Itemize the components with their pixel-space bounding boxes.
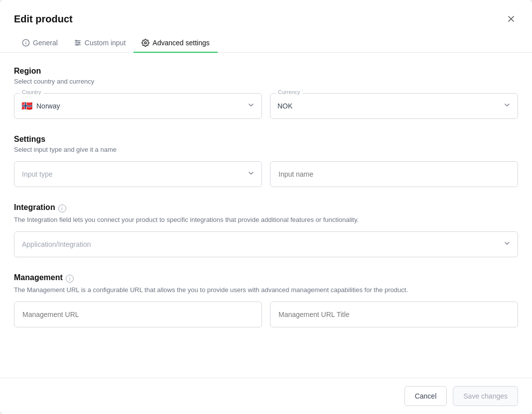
tab-custom-input[interactable]: Custom input [66,34,133,53]
tab-custom-input-label: Custom input [85,39,126,47]
integration-title-row: Integration i [14,203,518,214]
settings-description: Select input type and give it a name [14,146,518,153]
management-section: Management i The Management URL is a con… [14,273,518,327]
svg-point-8 [76,40,77,42]
input-type-select[interactable] [14,161,262,187]
integration-description: The Integration field lets you connect y… [14,216,518,223]
close-button[interactable] [504,12,518,26]
input-name-field[interactable] [270,161,518,187]
management-info-icon[interactable]: i [66,275,74,283]
country-wrapper: Country 🇳🇴 Norway [14,93,262,119]
integration-select[interactable] [14,231,518,257]
management-url-field[interactable] [14,302,262,327]
country-select[interactable]: 🇳🇴 Norway [14,93,262,119]
save-changes-button[interactable]: Save changes [453,386,518,406]
cancel-button[interactable]: Cancel [404,386,447,406]
management-title: Management [14,273,63,282]
currency-value: NOK [277,102,292,110]
info-icon [22,39,30,47]
currency-select[interactable]: NOK [270,93,518,119]
input-name-wrapper [270,161,518,187]
tab-advanced-settings[interactable]: Advanced settings [133,34,217,53]
svg-point-11 [144,42,146,44]
svg-point-9 [78,42,80,44]
settings-title: Settings [14,135,518,144]
modal-title: Edit product [14,13,73,25]
modal-header: Edit product [0,0,532,26]
tab-general[interactable]: General [14,34,66,53]
modal-footer: Cancel Save changes [0,378,532,414]
integration-title: Integration [14,203,55,212]
management-fields-row [14,302,518,327]
settings-fields-row: Input type [14,161,518,187]
integration-field-wrapper: Application/Integration [14,231,518,257]
close-icon [506,14,516,24]
management-title-row: Management i [14,273,518,284]
management-description: The Management URL is a configurable URL… [14,286,518,294]
norway-flag: 🇳🇴 [21,101,32,111]
region-description: Select country and currency [14,78,518,85]
integration-section: Integration i The Integration field lets… [14,203,518,257]
input-type-wrapper: Input type [14,161,262,187]
currency-wrapper: Currency NOK [270,93,518,119]
currency-label: Currency [276,89,302,95]
management-url-wrapper [14,302,262,327]
edit-product-modal: Edit product General [0,0,532,414]
svg-point-10 [76,44,78,46]
country-value: Norway [36,102,60,110]
region-section: Region Select country and currency Count… [14,67,518,119]
tab-general-label: General [33,39,58,47]
modal-body: Region Select country and currency Count… [0,53,532,414]
integration-info-icon[interactable]: i [58,205,66,212]
sliders-icon [74,39,82,47]
region-fields-row: Country 🇳🇴 Norway Currency NO [14,93,518,119]
settings-section: Settings Select input type and give it a… [14,135,518,187]
management-url-title-field[interactable] [270,302,518,327]
management-url-title-wrapper [270,302,518,327]
tabs-bar: General Custom input [0,26,532,53]
tab-advanced-settings-label: Advanced settings [152,39,209,47]
region-title: Region [14,67,518,76]
country-label: Country [20,89,43,95]
gear-icon [141,39,149,47]
